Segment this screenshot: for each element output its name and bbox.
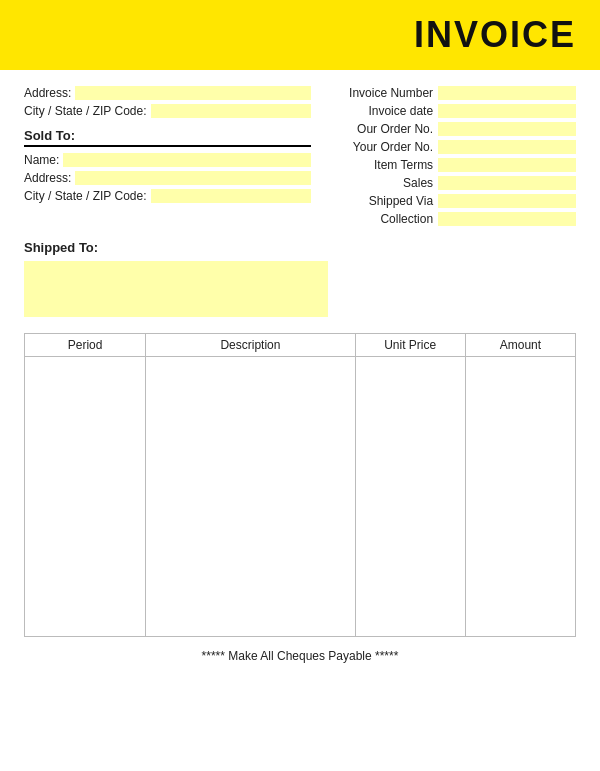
right-field-input-1[interactable]	[438, 104, 576, 118]
shipped-to-label: Shipped To:	[24, 240, 576, 255]
table-header-row: Period Description Unit Price Amount	[25, 334, 576, 357]
right-field-row: Invoice date	[333, 104, 576, 118]
invoice-table-section: Period Description Unit Price Amount	[24, 333, 576, 637]
invoice-title: INVOICE	[0, 14, 576, 56]
city-label: City / State / ZIP Code:	[24, 104, 147, 118]
right-field-label-0: Invoice Number	[333, 86, 433, 100]
col-amount: Amount	[465, 334, 575, 357]
invoice-table: Period Description Unit Price Amount	[24, 333, 576, 637]
sold-city-label: City / State / ZIP Code:	[24, 189, 147, 203]
description-cell[interactable]	[146, 357, 355, 637]
period-cell[interactable]	[25, 357, 146, 637]
shipped-to-box[interactable]	[24, 261, 328, 317]
right-field-row: Our Order No.	[333, 122, 576, 136]
right-field-input-0[interactable]	[438, 86, 576, 100]
right-field-label-2: Our Order No.	[333, 122, 433, 136]
right-field-row: Your Order No.	[333, 140, 576, 154]
address-input[interactable]	[75, 86, 311, 100]
right-field-label-3: Your Order No.	[333, 140, 433, 154]
right-invoice-fields: Invoice NumberInvoice dateOur Order No.Y…	[333, 86, 576, 230]
footer-text: ***** Make All Cheques Payable *****	[202, 649, 399, 663]
right-field-label-4: Item Terms	[333, 158, 433, 172]
right-field-row: Invoice Number	[333, 86, 576, 100]
header: INVOICE	[0, 0, 600, 70]
col-period: Period	[25, 334, 146, 357]
right-field-row: Collection	[333, 212, 576, 226]
right-field-input-4[interactable]	[438, 158, 576, 172]
right-field-row: Sales	[333, 176, 576, 190]
right-field-label-6: Shipped Via	[333, 194, 433, 208]
right-field-input-3[interactable]	[438, 140, 576, 154]
col-unit-price: Unit Price	[355, 334, 465, 357]
right-field-input-5[interactable]	[438, 176, 576, 190]
footer: ***** Make All Cheques Payable *****	[24, 649, 576, 673]
city-input[interactable]	[151, 104, 312, 118]
sold-address-input[interactable]	[75, 171, 311, 185]
sold-to-label: Sold To:	[24, 128, 311, 147]
right-field-label-1: Invoice date	[333, 104, 433, 118]
name-input[interactable]	[63, 153, 311, 167]
left-address-section: Address: City / State / ZIP Code: Sold T…	[24, 86, 311, 230]
sold-to-section: Sold To: Name: Address: City / State / Z…	[24, 128, 311, 203]
name-label: Name:	[24, 153, 59, 167]
right-field-row: Shipped Via	[333, 194, 576, 208]
address-label: Address:	[24, 86, 71, 100]
shipped-to-section: Shipped To:	[24, 240, 576, 317]
right-field-input-2[interactable]	[438, 122, 576, 136]
amount-cell[interactable]	[465, 357, 575, 637]
table-row	[25, 357, 576, 637]
right-field-input-6[interactable]	[438, 194, 576, 208]
sold-city-input[interactable]	[151, 189, 312, 203]
col-description: Description	[146, 334, 355, 357]
right-field-input-7[interactable]	[438, 212, 576, 226]
right-field-label-7: Collection	[333, 212, 433, 226]
right-field-label-5: Sales	[333, 176, 433, 190]
sold-address-label: Address:	[24, 171, 71, 185]
unit-price-cell[interactable]	[355, 357, 465, 637]
right-field-row: Item Terms	[333, 158, 576, 172]
